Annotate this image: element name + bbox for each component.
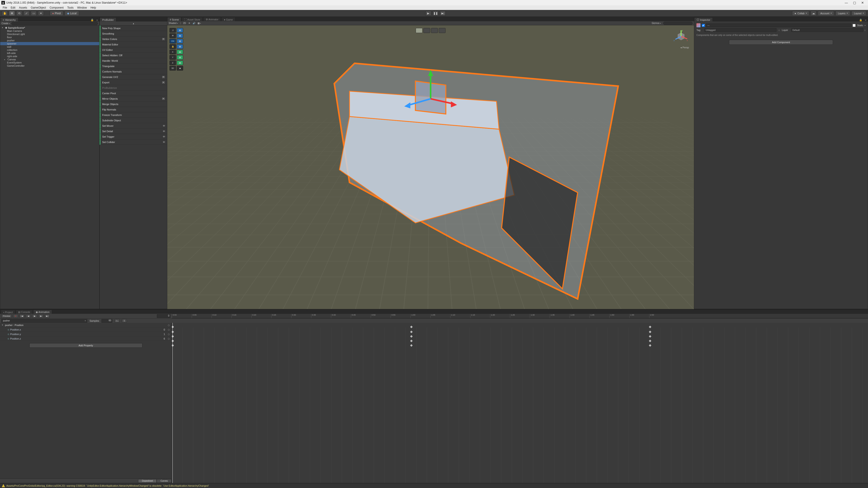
perspective-label[interactable]: ◂ Persp xyxy=(673,46,689,49)
snap-eye-icon[interactable]: 👁 xyxy=(169,33,176,38)
probuilder-list[interactable]: New Poly ShapeSmoothingVertex Colors+Mat… xyxy=(100,26,167,309)
prop-position-x[interactable]: ⎋Position.x0◇ xyxy=(0,327,172,332)
light-toggle-icon[interactable]: ☀ xyxy=(188,22,190,24)
pb-subdivide-object[interactable]: Subdivide Object xyxy=(100,118,167,123)
eye-icon[interactable]: 👁 xyxy=(163,130,165,133)
record-button[interactable]: ● xyxy=(13,314,18,318)
prop-position-z[interactable]: ⎋Position.z6◇ xyxy=(0,336,172,341)
shading-mode-dropdown[interactable]: Shaded ▾ xyxy=(168,22,178,24)
pb-vertex-colors[interactable]: Vertex Colors+ xyxy=(100,36,167,42)
pb-triangulate[interactable]: Triangulate xyxy=(100,64,167,69)
hierarchy-item-left-side[interactable]: left-side xyxy=(0,52,99,55)
pb-smoothing[interactable]: Smoothing xyxy=(100,31,167,36)
inspector-tab[interactable]: ⓘInspector xyxy=(694,18,713,22)
last-frame-button[interactable]: ▶| xyxy=(45,314,50,318)
tab-asset-store[interactable]: ⛶ Asset Store xyxy=(182,17,203,21)
tab-animator[interactable]: ⚙ Animator xyxy=(203,17,221,21)
layers-dropdown[interactable]: Layers▾ xyxy=(835,11,850,16)
first-frame-button[interactable]: |◀ xyxy=(20,314,24,318)
static-dropdown-icon[interactable]: ▾ xyxy=(865,24,866,26)
close-button[interactable]: ✕ xyxy=(859,0,867,5)
plus-icon[interactable]: + xyxy=(162,75,165,78)
scene-view[interactable]: .2▦ 👁▦ ON▦ 🔒▦ X▦ Y▦ Z▦ 3D◆ y x xyxy=(167,25,694,309)
probuilder-collapse-icon[interactable]: ▴ xyxy=(133,22,134,25)
layer-dropdown[interactable]: Default xyxy=(792,28,863,32)
inspector-lock-icon[interactable]: 🔒 xyxy=(858,19,864,22)
time-ruler[interactable]: 0:000:050:100:150:200:250:300:350:400:45… xyxy=(172,314,868,318)
menu-edit[interactable]: Edit xyxy=(9,6,17,10)
playhead[interactable] xyxy=(173,323,173,483)
tab-scene[interactable]: # Scene xyxy=(167,17,181,21)
pb-flip-normals[interactable]: Flip Normals xyxy=(100,107,167,112)
active-checkbox[interactable] xyxy=(702,24,705,27)
panel-lock-icon[interactable]: 🔒 xyxy=(89,19,95,22)
hierarchy-item-directional-light[interactable]: Directional Light xyxy=(0,33,99,36)
menu-component[interactable]: Component xyxy=(48,6,65,10)
timeline[interactable] xyxy=(172,323,868,483)
object-mode-button[interactable] xyxy=(416,28,423,33)
pb-material-editor[interactable]: Material Editor xyxy=(100,42,167,47)
account-dropdown[interactable]: Account▾ xyxy=(818,11,834,16)
plus-icon[interactable]: + xyxy=(162,97,165,100)
panel-menu-icon[interactable]: ≡ xyxy=(95,19,99,22)
play-button[interactable]: ▶ xyxy=(426,11,431,16)
axis-y-button[interactable]: Y xyxy=(169,55,176,60)
rect-tool[interactable]: ▭ xyxy=(31,11,37,16)
probuilder-tab[interactable]: ProBuilder xyxy=(100,18,116,22)
pb-set-trigger[interactable]: Set Trigger👁 xyxy=(100,134,167,139)
dopesheet-tab[interactable]: Dopesheet xyxy=(138,479,157,483)
hierarchy-item-wall[interactable]: wall xyxy=(0,45,99,48)
preview-toggle[interactable]: Preview xyxy=(1,314,12,318)
local-toggle[interactable]: ◆Local xyxy=(65,11,79,16)
inspector-menu-icon[interactable]: ≡ xyxy=(864,19,868,22)
eye-icon[interactable]: 👁 xyxy=(163,141,165,143)
pb-probuilderize[interactable]: ProBuilderize xyxy=(100,85,167,91)
grid-icon[interactable]: ▦ xyxy=(177,28,183,33)
hierarchy-item-eventsystem[interactable]: EventSystem xyxy=(0,61,99,64)
snap-on-toggle[interactable]: ON xyxy=(169,39,176,43)
plus-icon[interactable]: + xyxy=(162,37,165,41)
pause-button[interactable]: ❚❚ xyxy=(433,11,438,16)
hierarchy-list[interactable]: ▾◈ SampleScene*Main CameraDirectional Li… xyxy=(0,26,99,309)
name-field[interactable]: — xyxy=(706,24,851,27)
audio-toggle-icon[interactable]: 🔊 xyxy=(193,22,195,24)
rotate-tool[interactable]: ⟲ xyxy=(16,11,22,16)
2d-toggle[interactable]: 2D xyxy=(183,22,186,24)
edge-mode-button[interactable] xyxy=(431,28,438,33)
pb-freeze-transform[interactable]: Freeze Transform xyxy=(100,112,167,118)
pb-set-detail[interactable]: Set Detail👁 xyxy=(100,129,167,134)
plus-icon[interactable]: + xyxy=(162,81,165,84)
pb-merge-objects[interactable]: Merge Objects xyxy=(100,101,167,107)
grid-x-icon[interactable]: ▦ xyxy=(177,50,183,54)
next-key-button[interactable]: ▶ xyxy=(38,314,43,318)
grid-z-icon[interactable]: ▦ xyxy=(177,61,183,65)
pb-new-poly-shape[interactable]: New Poly Shape xyxy=(100,26,167,31)
grid-icon-3[interactable]: ▦ xyxy=(177,39,183,43)
pb-set-mover[interactable]: Set Mover👁 xyxy=(100,123,167,129)
pb-mirror-objects[interactable]: Mirror Objects+ xyxy=(100,96,167,101)
grid-icon-4[interactable]: ▦ xyxy=(177,44,183,49)
prop-position-y[interactable]: ⎋Position.y1◇ xyxy=(0,332,172,336)
tab-console[interactable]: ▤ Console xyxy=(16,310,33,314)
grid-y-icon[interactable]: ▦ xyxy=(177,55,183,60)
menu-window[interactable]: Window xyxy=(75,6,89,10)
hierarchy-item-floor[interactable]: floor xyxy=(0,36,99,39)
hierarchy-item-collection[interactable]: collection xyxy=(0,48,99,52)
hand-tool[interactable]: ✋ xyxy=(2,11,8,16)
menu-gameobject[interactable]: GameObject xyxy=(29,6,48,10)
axis-z-button[interactable]: Z xyxy=(169,61,176,65)
pb-select-hidden-off[interactable]: Select Hidden: Off xyxy=(100,53,167,58)
pb-uv-editor[interactable]: UV Editor xyxy=(100,47,167,53)
hierarchy-scene[interactable]: ▾◈ SampleScene* xyxy=(0,26,99,29)
menu-file[interactable]: File xyxy=(1,6,9,10)
key-menu-icon[interactable]: ◇ xyxy=(168,324,170,327)
cloud-button[interactable]: ☁ xyxy=(811,11,816,16)
minimize-button[interactable]: — xyxy=(842,0,850,5)
face-mode-button[interactable] xyxy=(439,28,445,33)
grid-size-field[interactable]: .2 xyxy=(169,28,176,33)
pb-handle-world[interactable]: Handle: World xyxy=(100,58,167,64)
move-tool[interactable]: ✥ xyxy=(9,11,15,16)
step-button[interactable]: ▶| xyxy=(440,11,446,16)
play-anim-button[interactable]: ▶ xyxy=(32,314,37,318)
scale-tool[interactable]: ⤢ xyxy=(24,11,29,16)
